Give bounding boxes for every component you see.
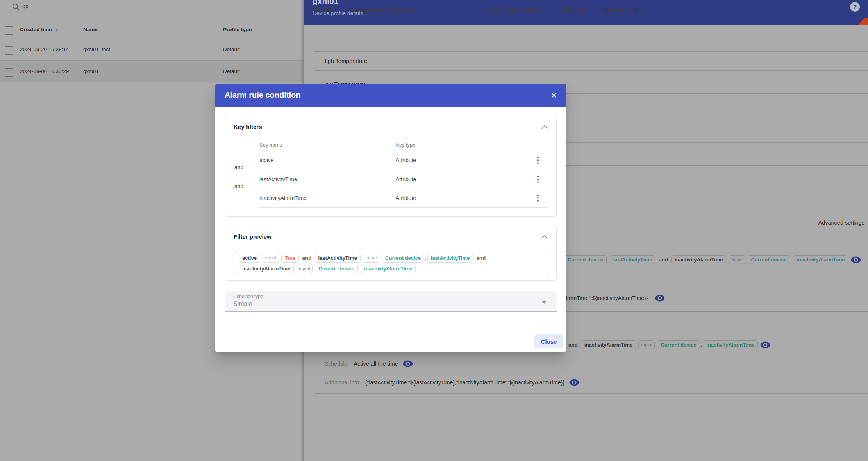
schedule-value: Active all the time	[354, 361, 398, 367]
row-menu-icon[interactable]	[537, 176, 539, 183]
row-menu-icon[interactable]	[537, 157, 539, 164]
condition-type-value: Simple	[233, 300, 252, 307]
dialog-header: Alarm rule condition ✕	[215, 84, 566, 107]
close-icon[interactable]: ✕	[548, 89, 560, 101]
filter-chip-dot: .	[701, 341, 702, 348]
tab-version-control[interactable]: Version control	[603, 7, 644, 13]
filter-chip-join: and	[301, 255, 312, 261]
filter-preview-title: Filter preview	[234, 233, 271, 240]
filter-chip-key: inactivityAlarmTime	[671, 255, 726, 264]
row-checkbox[interactable]	[5, 68, 13, 77]
joiner-label: and	[234, 183, 243, 189]
eye-icon[interactable]	[760, 341, 770, 348]
details-partial-row: larmTime":${inactivityAlarmTime}}	[566, 295, 665, 302]
column-profile-type[interactable]: Profile type	[223, 27, 252, 32]
filter-chip-entity: Current device	[657, 340, 700, 349]
condition-chips-row: Current device.lastActivityTimeandinacti…	[564, 255, 861, 264]
eye-icon[interactable]	[403, 360, 413, 367]
filter-chip-dot: .	[791, 256, 793, 263]
search-icon	[12, 3, 20, 11]
active-tab-underline	[425, 17, 478, 18]
additional-info-label: Additional info:	[325, 379, 361, 386]
cell-name: gxhl01	[83, 68, 99, 74]
filter-chip-key: inactivityAlarmTime	[581, 340, 636, 349]
key-name-cell: lastActivityTime	[259, 176, 297, 182]
column-name[interactable]: Name	[83, 27, 98, 32]
cell-name: gxhl01_test	[83, 46, 110, 52]
filter-chip-op: equal	[363, 254, 379, 263]
tab-bar	[304, 25, 868, 44]
table-row[interactable]: 2024-09-20 15:38:14 gxhl01_test Default	[0, 38, 304, 60]
filter-chip-dot: .	[359, 265, 360, 272]
key-type-cell: Attribute	[396, 157, 416, 163]
filter-chip-entity: Current device	[382, 254, 424, 263]
table-row[interactable]: 2024-09-06 10:30:29 gxhl01 Default	[0, 61, 304, 82]
row-divider	[259, 189, 548, 189]
alarm-rule-title: High Temperature	[322, 58, 367, 64]
alarm-rule-panel-high-temperature[interactable]: High Temperature	[313, 51, 868, 71]
condition-type-label: Condition type	[233, 294, 263, 299]
chevron-up-icon[interactable]	[541, 235, 548, 239]
filter-chip-join: and	[658, 256, 669, 263]
advanced-settings-link[interactable]: Advanced settings	[818, 220, 865, 226]
filter-chip-join: and	[568, 341, 579, 348]
filter-chip-entity: inactivityAlarmTime	[793, 255, 848, 264]
search-input[interactable]: gx	[22, 3, 29, 9]
eye-icon[interactable]	[655, 295, 665, 302]
tab-alarm-rules[interactable]: Alarm rules (6)	[431, 7, 471, 13]
filter-chip-dot: .	[425, 255, 427, 261]
key-name-cell: active	[259, 157, 274, 163]
preview-line-1: activeequalTrueandlastActivityTimeequalC…	[239, 254, 543, 263]
additional-info-row: Additional info: {"lastActivityTime":${l…	[325, 379, 579, 386]
help-icon[interactable]: ?	[850, 2, 860, 12]
row-checkbox[interactable]	[5, 46, 13, 55]
tab-audit-logs[interactable]: Audit logs	[559, 7, 586, 13]
tab-transport-configuration[interactable]: Transport configuration	[349, 7, 413, 13]
condition-type-select[interactable]: Condition type Simple	[225, 291, 557, 312]
filter-chip-entity: Current device	[564, 255, 607, 264]
cell-created-time: 2024-09-20 15:38:14	[20, 46, 69, 52]
preview-line-2: inactivityAlarmTimeequalCurrent device.i…	[239, 264, 543, 273]
tab-details[interactable]: Details	[314, 7, 332, 13]
row-divider	[0, 82, 304, 82]
row-divider	[259, 207, 548, 208]
filter-preview-card: Filter preview activeequalTrueandlastAct…	[225, 226, 557, 281]
key-name-cell: inactivityAlarmTime	[259, 195, 307, 201]
sort-desc-icon[interactable]: ↓	[55, 27, 58, 32]
select-all-checkbox[interactable]	[5, 26, 13, 35]
filter-chip-key: active	[239, 254, 260, 263]
schedule-row: Schedule: Active all the time	[325, 360, 413, 367]
filter-chip-op: equal	[296, 264, 313, 273]
eye-icon[interactable]	[851, 256, 861, 263]
column-key-type: Key type	[396, 142, 416, 148]
details-partial-text: larmTime":${inactivityAlarmTime}}	[566, 295, 648, 301]
eye-icon[interactable]	[569, 379, 579, 386]
row-divider	[259, 169, 548, 169]
close-button[interactable]: Close	[534, 334, 563, 348]
filter-chip-key: lastActivityTime	[315, 254, 361, 263]
filter-chip-op: equal	[263, 254, 279, 263]
filter-chip-entity: inactivityAlarmTime	[361, 264, 416, 273]
row-menu-icon[interactable]	[537, 195, 539, 202]
filter-chip-op: equal	[729, 255, 745, 264]
key-type-cell: Attribute	[396, 195, 416, 201]
table-footer-divider	[0, 443, 304, 443]
drawer-title: gxhl01	[313, 0, 339, 6]
filter-chip-join: and	[475, 255, 486, 261]
filter-chip-key: inactivityAlarmTime	[239, 264, 294, 273]
key-filters-title: Key filters	[234, 123, 262, 130]
filter-chip-entity: lastActivityTime	[610, 255, 655, 264]
additional-info-value: {"lastActivityTime":${lastActivityTime},…	[365, 379, 564, 386]
filter-chip-entity: Current device	[315, 264, 357, 273]
column-created-time[interactable]: Created time	[20, 27, 52, 32]
cell-profile-type: Default	[223, 68, 240, 74]
filter-chip-dot: .	[607, 256, 609, 263]
chevron-up-icon[interactable]	[541, 125, 548, 129]
dialog-title: Alarm rule condition	[225, 91, 300, 100]
cell-created-time: 2024-09-06 10:30:29	[20, 68, 69, 74]
screen: gx Created time ↓ Name Profile type 2024…	[0, 0, 868, 461]
clear-condition-chips-row: andinactivityAlarmTimeequalCurrent devic…	[568, 340, 770, 349]
tab-device-provisioning[interactable]: Device provisioning	[488, 7, 542, 13]
table-header-divider	[234, 151, 548, 151]
search-underline	[22, 14, 301, 14]
